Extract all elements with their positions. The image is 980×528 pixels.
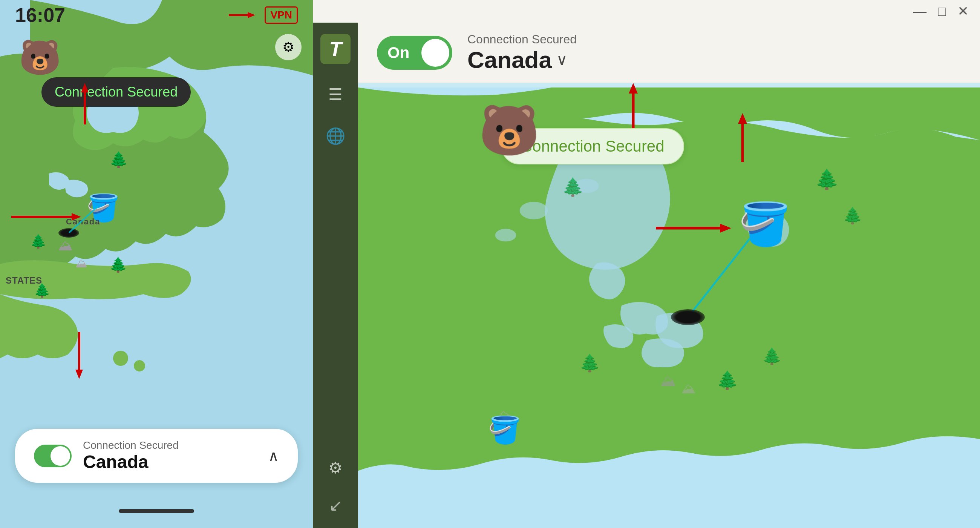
svg-text:🌲: 🌲 [843, 206, 863, 225]
mobile-toggle[interactable] [34, 445, 72, 467]
window-controls: — □ ✕ [913, 5, 969, 18]
sidebar-item-collapse[interactable]: ↙ [324, 494, 347, 517]
tree-mobile-3: 🌲 [109, 257, 127, 273]
svg-text:🪣: 🪣 [488, 415, 521, 446]
maximize-button[interactable]: □ [938, 5, 946, 18]
hole-mobile [59, 228, 79, 238]
mobile-panel: 16:07 VPN ⚙ 🐻 Connection Secured 🪣 Canad… [0, 0, 313, 528]
mobile-toggle-knob [51, 446, 70, 466]
sidebar-item-globe[interactable]: 🌐 [324, 124, 347, 147]
logo-text: T [329, 37, 342, 61]
app-body: T ☰ 🌐 ⚙ ↙ [313, 22, 980, 528]
mobile-country: Canada [83, 451, 268, 472]
mobile-connection-area: 🐻 Connection Secured [19, 38, 61, 77]
sidebar-logo: T [320, 34, 350, 64]
svg-point-13 [520, 202, 548, 220]
vpn-arrow-icon [229, 8, 259, 22]
header-location: Connection Secured Canada ∨ [468, 32, 577, 73]
collapse-icon: ↙ [329, 496, 342, 515]
minimize-button[interactable]: — [913, 5, 926, 18]
bear-icon-mobile: 🐻 [19, 38, 61, 77]
menu-icon: ☰ [328, 85, 343, 104]
map-area: 🌲 🌲 🌲 🌲 🌲 🌲 ⛰ ⛰ ⛰ 🪣 🐻 [358, 83, 980, 528]
mobile-time: 16:07 [15, 4, 65, 26]
mobile-connection-badge: Connection Secured [41, 77, 191, 107]
svg-text:⛰: ⛰ [681, 381, 695, 396]
svg-point-2 [134, 360, 145, 372]
globe-icon: 🌐 [326, 127, 345, 145]
tree-mobile-2: 🌲 [30, 234, 47, 249]
vpn-toggle[interactable]: On [377, 36, 452, 70]
canada-bucket-desktop: 🪣 [739, 200, 791, 249]
gear-icon: ⚙ [282, 39, 294, 55]
states-label: STATES [6, 275, 42, 286]
vpn-badge: VPN [265, 6, 298, 24]
settings-icon: ⚙ [328, 459, 343, 477]
desktop-country: Canada [468, 46, 552, 73]
svg-point-14 [495, 229, 516, 242]
country-chevron-icon: ∨ [556, 51, 567, 68]
canada-label-mobile: Canada [66, 217, 100, 227]
tree-mobile-1: 🌲 [109, 151, 128, 169]
desktop-conn-secured: Connection Secured [468, 32, 577, 46]
mobile-location-info: Connection Secured Canada [72, 439, 268, 472]
app-header: On Connection Secured Canada ∨ [358, 22, 980, 83]
chevron-up-icon[interactable]: ∧ [268, 447, 279, 465]
sidebar-item-settings[interactable]: ⚙ [324, 456, 347, 479]
toggle-label: On [388, 44, 409, 62]
desktop-conn-status-text: Connection Secured [521, 137, 665, 155]
main-content: On Connection Secured Canada ∨ [358, 22, 980, 528]
toggle-knob [422, 39, 449, 67]
mobile-conn-text: Connection Secured [83, 439, 268, 451]
svg-text:⛰: ⛰ [660, 372, 676, 389]
mobile-scroll-indicator [119, 509, 194, 513]
svg-point-1 [113, 351, 128, 366]
mountain-mobile-1: ⛰ [59, 238, 73, 254]
sidebar-bottom: ⚙ ↙ [324, 456, 347, 517]
svg-text:🌲: 🌲 [562, 177, 584, 198]
hole-desktop [671, 309, 705, 325]
svg-text:🌲: 🌲 [716, 370, 739, 391]
mobile-status-bar: 16:07 VPN [0, 0, 313, 30]
close-button[interactable]: ✕ [958, 5, 969, 18]
title-bar: — □ ✕ [313, 0, 980, 22]
toggle-container: On [377, 36, 452, 70]
svg-text:🌲: 🌲 [815, 168, 839, 191]
bear-mascot-desktop: 🐻 [479, 102, 540, 159]
sidebar-item-menu[interactable]: ☰ [324, 83, 347, 105]
svg-marker-4 [248, 12, 255, 18]
mountain-mobile-2: ⛰ [75, 257, 88, 270]
mobile-connection-status-text: Connection Secured [55, 84, 178, 100]
sidebar: T ☰ 🌐 ⚙ ↙ [313, 22, 358, 528]
desktop-panel: — □ ✕ T ☰ 🌐 ⚙ ↙ [313, 0, 980, 528]
bear-icon-desktop: 🐻 [479, 102, 540, 158]
country-selector[interactable]: Canada ∨ [468, 46, 577, 73]
svg-text:🌲: 🌲 [762, 347, 782, 366]
mobile-bottom-bar: Connection Secured Canada ∧ [15, 429, 298, 483]
mobile-settings-button[interactable]: ⚙ [275, 34, 302, 61]
svg-text:🌲: 🌲 [579, 353, 600, 373]
